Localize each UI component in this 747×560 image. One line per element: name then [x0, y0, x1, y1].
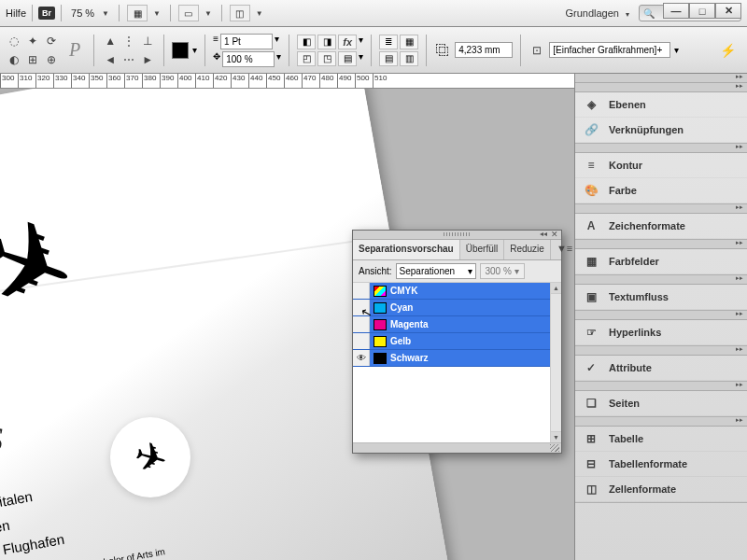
tool-icon[interactable]: ⊞: [24, 51, 41, 68]
dropdown-icon[interactable]: ▼: [204, 9, 212, 18]
gpu-icon[interactable]: ⚡: [720, 43, 736, 58]
distribute-icon[interactable]: ⋯: [120, 51, 137, 68]
align-icon[interactable]: ►: [139, 51, 156, 68]
distribute-icon[interactable]: ⋮: [120, 33, 137, 49]
tool-icon[interactable]: ⊕: [43, 51, 60, 68]
group-collapse[interactable]: [575, 382, 747, 391]
ink-row[interactable]: Gelb: [353, 333, 550, 350]
panel-item-farbe[interactable]: 🎨Farbe: [575, 178, 747, 203]
panel-item-tabelle[interactable]: ⊞Tabelle: [575, 427, 747, 452]
fill-swatch[interactable]: [172, 42, 189, 59]
ink-row[interactable]: Cyan: [353, 300, 550, 316]
wrap-icon[interactable]: ≣: [379, 35, 398, 49]
view-select[interactable]: Separationen▾: [396, 263, 476, 279]
ink-row[interactable]: Magenta: [353, 316, 550, 333]
tool-icon[interactable]: ✦: [24, 33, 41, 49]
scrollbar[interactable]: ▲▼: [550, 283, 561, 442]
panel-item-label: Attribute: [609, 362, 652, 373]
dropdown-icon[interactable]: ▼: [256, 9, 263, 18]
dropdown-icon[interactable]: ▾: [674, 45, 679, 55]
dropdown-icon[interactable]: ▾: [192, 45, 197, 55]
panel-item-hyperlinks[interactable]: ☞Hyperlinks: [575, 320, 747, 345]
panel-item-seiten[interactable]: ❏Seiten: [575, 391, 747, 416]
scroll-up-icon[interactable]: ▲: [551, 283, 561, 294]
fx-button[interactable]: fx: [338, 35, 357, 49]
group-collapse[interactable]: [575, 275, 747, 285]
visibility-toggle[interactable]: 👁: [353, 350, 370, 366]
bridge-button[interactable]: Br: [38, 7, 55, 20]
maximize-button[interactable]: □: [689, 3, 715, 19]
group-collapse[interactable]: [575, 346, 747, 356]
screen-mode-button[interactable]: ▭: [178, 5, 199, 21]
visibility-toggle[interactable]: [353, 316, 370, 332]
panel-item-kontur[interactable]: ≡Kontur: [575, 153, 747, 178]
dropdown-icon[interactable]: ▾: [359, 35, 363, 49]
panel-titlebar[interactable]: ◂◂✕: [353, 231, 561, 240]
arrange-button[interactable]: ◫: [230, 5, 250, 21]
ink-row[interactable]: 👁Schwarz: [353, 350, 550, 367]
tool-icon[interactable]: ◌: [6, 33, 22, 49]
tab-trap[interactable]: Überfüll: [460, 240, 504, 259]
panel-item-ebenen[interactable]: ◈Ebenen: [575, 92, 747, 118]
view-options-button[interactable]: ▦: [127, 5, 148, 21]
align-icon[interactable]: ⊥: [139, 33, 156, 49]
ink-limit-field[interactable]: 300 % ▾: [480, 263, 525, 279]
group-collapse[interactable]: [575, 311, 747, 320]
wrap-icon[interactable]: ▥: [400, 51, 418, 66]
group-collapse[interactable]: [575, 240, 747, 249]
wrap-icon[interactable]: ▦: [400, 35, 418, 49]
workspace-preset[interactable]: Grundlagen ▾: [565, 7, 633, 19]
object-style-icon: ⊡: [529, 42, 545, 59]
tool-icon[interactable]: ⟳: [43, 33, 60, 49]
separations-panel[interactable]: ◂◂✕ Separationsvorschau Überfüll Reduzie…: [352, 230, 562, 454]
panel-group: ✓Attribute: [575, 346, 747, 382]
tab-flatten[interactable]: Reduzie: [504, 240, 551, 259]
group-collapse[interactable]: [575, 417, 747, 427]
object-style-field[interactable]: [Einfacher Grafikrahmen]+: [549, 42, 670, 58]
visibility-toggle[interactable]: [353, 283, 370, 299]
horizontal-ruler[interactable]: 3003103203303403503603703803904004104204…: [0, 74, 574, 89]
collapse-icon[interactable]: ◂◂: [540, 230, 547, 238]
scale-field[interactable]: 100 %: [222, 51, 275, 67]
group-collapse[interactable]: [575, 83, 747, 92]
tool-icon[interactable]: ◐: [6, 51, 22, 68]
opacity-button[interactable]: ▤: [338, 51, 357, 66]
panel-item-verknüpfungen[interactable]: 🔗Verknüpfungen: [575, 118, 747, 143]
dropdown-icon[interactable]: ▾: [359, 51, 363, 66]
resize-grip[interactable]: [550, 444, 559, 452]
align-icon[interactable]: ◄: [102, 51, 119, 68]
menu-help[interactable]: Hilfe: [6, 7, 26, 19]
scroll-down-icon[interactable]: ▼: [551, 431, 561, 442]
crop-icon[interactable]: ⿻: [434, 42, 451, 59]
zoom-value[interactable]: 75 %: [71, 7, 94, 19]
corner-icon[interactable]: ◳: [317, 51, 336, 66]
visibility-toggle[interactable]: [353, 333, 370, 349]
panel-item-tabellenformate[interactable]: ⊟Tabellenformate: [575, 452, 747, 477]
group-collapse[interactable]: [575, 144, 747, 153]
panel-item-attribute[interactable]: ✓Attribute: [575, 356, 747, 381]
dock-collapse-handle[interactable]: [575, 74, 747, 83]
panel-item-farbfelder[interactable]: ▦Farbfelder: [575, 249, 747, 274]
visibility-toggle[interactable]: [353, 300, 370, 315]
ink-row[interactable]: CMYK: [353, 283, 550, 300]
panel-item-zellenformate[interactable]: ◫Zellenformate: [575, 477, 747, 502]
dropdown-icon[interactable]: ▼: [153, 9, 161, 18]
zoom-dropdown-icon[interactable]: ▼: [102, 9, 109, 18]
align-icon[interactable]: ▲: [102, 33, 119, 49]
wrap-icon[interactable]: ▤: [379, 51, 398, 66]
corner-icon[interactable]: ◧: [297, 35, 316, 49]
panel-menu-icon[interactable]: ▼≡: [551, 240, 578, 259]
close-button[interactable]: ✕: [715, 3, 741, 19]
spread-size-field[interactable]: 4,233 mm: [455, 42, 513, 58]
panel-item-zeichenformate[interactable]: AZeichenformate: [575, 214, 747, 239]
close-icon[interactable]: ✕: [551, 230, 558, 239]
dropdown-icon[interactable]: ▾: [276, 51, 281, 67]
corner-icon[interactable]: ◨: [317, 35, 336, 49]
group-collapse[interactable]: [575, 204, 747, 214]
corner-icon[interactable]: ◰: [297, 51, 316, 66]
panel-item-textumfluss[interactable]: ▣Textumfluss: [575, 285, 747, 310]
stroke-weight-field[interactable]: 1 Pt: [220, 34, 273, 49]
tab-separations[interactable]: Separationsvorschau: [353, 240, 460, 259]
dropdown-icon[interactable]: ▾: [275, 34, 279, 49]
minimize-button[interactable]: —: [663, 3, 689, 19]
